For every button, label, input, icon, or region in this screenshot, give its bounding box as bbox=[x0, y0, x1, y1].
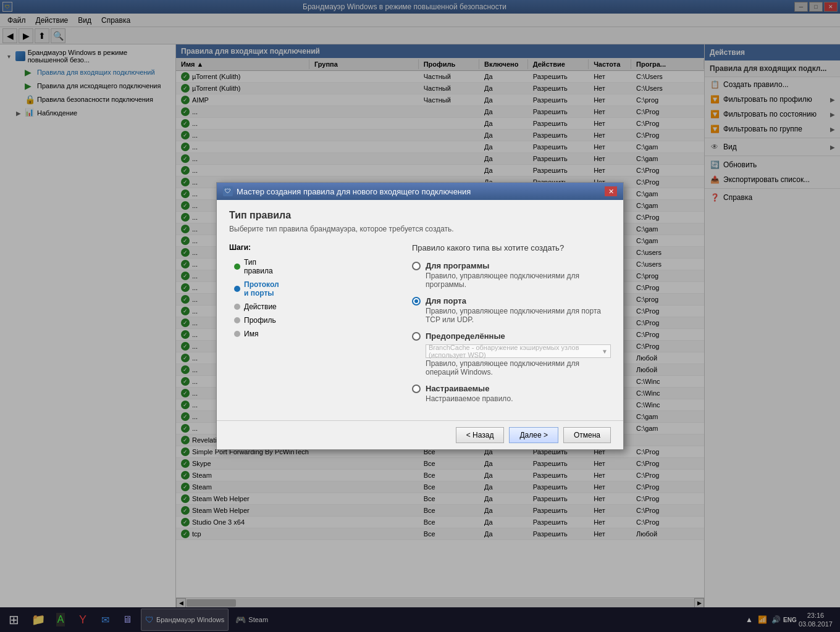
back-button[interactable]: < Назад bbox=[456, 427, 505, 443]
predefined-dropdown[interactable]: BranchCache - обнаружение кэшируемых узл… bbox=[426, 344, 611, 358]
dialog-overlay: 🛡 Мастер создания правила для нового вхо… bbox=[0, 0, 840, 632]
cancel-button[interactable]: Отмена bbox=[563, 427, 611, 443]
option-custom: Настраиваемые Настраиваемое правило. bbox=[412, 384, 611, 403]
option-port: Для порта Правило, управляющее подключен… bbox=[412, 296, 611, 324]
step-dot-name bbox=[234, 331, 240, 337]
option-custom-desc: Настраиваемое правило. bbox=[426, 394, 513, 403]
step-action: Действие bbox=[229, 300, 288, 314]
option-predefined-label: Предопределённые bbox=[426, 331, 611, 341]
step-dot-protocol bbox=[234, 286, 240, 292]
dialog-steps: Шаги: Тип правила Протокол и порты Дейст… bbox=[229, 243, 288, 410]
dialog-subtext: Выберите тип правила брандмауэра, которо… bbox=[229, 225, 611, 233]
option-program-desc: Правило, управляющее подключениями для п… bbox=[426, 272, 611, 289]
next-button[interactable]: Далее > bbox=[509, 427, 558, 443]
dialog-footer: < Назад Далее > Отмена bbox=[217, 420, 623, 449]
step-name: Имя bbox=[229, 327, 288, 341]
option-program: Для программы Правило, управляющее подкл… bbox=[412, 261, 611, 289]
step-dot-profile bbox=[234, 317, 240, 323]
option-program-label: Для программы bbox=[426, 261, 611, 270]
step-profile: Профиль bbox=[229, 314, 288, 327]
dialog-main-options: Правило какого типа вы хотите создать? Д… bbox=[412, 243, 611, 410]
step-dot-action bbox=[234, 304, 240, 310]
dialog-heading: Тип правила bbox=[229, 210, 611, 221]
dialog-close-button[interactable]: ✕ bbox=[605, 186, 617, 196]
dropdown-value: BranchCache - обнаружение кэшируемых узл… bbox=[429, 344, 602, 359]
dialog-title-text: Мастер создания правила для нового входя… bbox=[237, 187, 471, 196]
dialog: 🛡 Мастер создания правила для нового вхо… bbox=[216, 182, 624, 450]
dialog-question: Правило какого типа вы хотите создать? bbox=[412, 243, 611, 252]
step-type: Тип правила bbox=[229, 256, 288, 278]
dialog-title-bar: 🛡 Мастер создания правила для нового вхо… bbox=[217, 183, 623, 200]
option-predefined-desc: Правило, управляющее подключениями для о… bbox=[426, 359, 611, 376]
steps-label: Шаги: bbox=[229, 243, 288, 252]
dropdown-arrow-icon: ▼ bbox=[602, 348, 608, 355]
option-port-desc: Правило, управляющее подключениями для п… bbox=[426, 307, 611, 324]
step-protocol: Протокол и порты bbox=[229, 278, 288, 300]
option-predefined: Предопределённые BranchCache - обнаружен… bbox=[412, 331, 611, 376]
dialog-body: Шаги: Тип правила Протокол и порты Дейст… bbox=[229, 243, 611, 410]
radio-custom[interactable] bbox=[412, 385, 421, 393]
option-custom-label: Настраиваемые bbox=[426, 384, 513, 393]
option-port-label: Для порта bbox=[426, 296, 611, 306]
radio-predefined[interactable] bbox=[412, 332, 421, 341]
radio-program[interactable] bbox=[412, 262, 421, 270]
dialog-content: Тип правила Выберите тип правила брандма… bbox=[217, 200, 623, 420]
radio-port[interactable] bbox=[412, 297, 421, 306]
dialog-app-icon: 🛡 bbox=[223, 186, 233, 196]
step-dot-type bbox=[234, 264, 240, 270]
